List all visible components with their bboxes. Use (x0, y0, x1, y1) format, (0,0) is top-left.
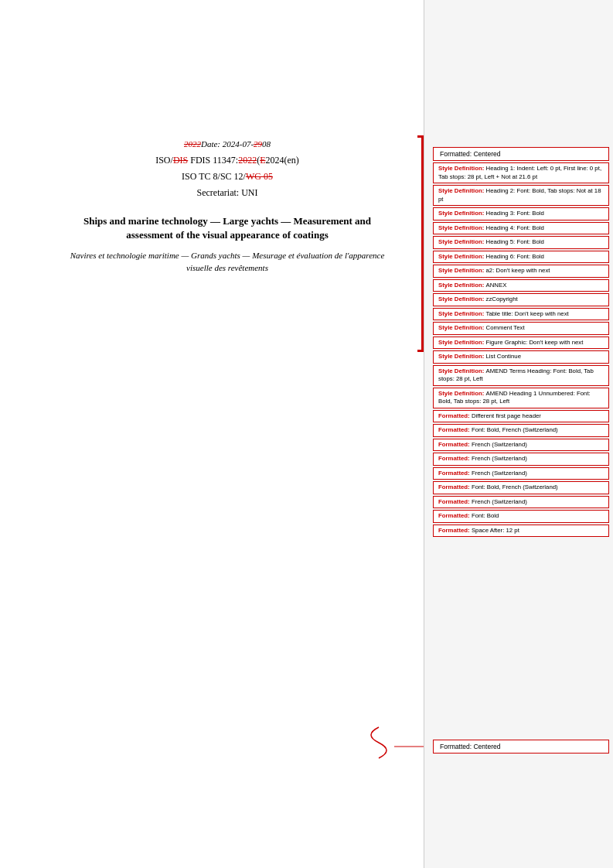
annotation-item-label-18: Formatted: (438, 455, 472, 462)
annotation-item-label-16: Formatted: (438, 426, 472, 433)
annotation-item-label-1: Style Definition: (438, 187, 486, 194)
annotation-item-label-0: Style Definition: (438, 165, 486, 172)
annotation-item-text-11: Figure Graphic: Don't keep with next (486, 339, 584, 346)
annotation-item-14: Style Definition: AMEND Heading 1 Unnumb… (433, 388, 609, 408)
date-label: Date: 2024-07- (201, 139, 254, 149)
annotation-item-text-21: French (Switzerland) (472, 498, 527, 505)
annotation-item-text-23: Space After: 12 pt (472, 527, 519, 534)
ref-year-2022: 2022 (238, 155, 257, 166)
annotation-item-10: Style Definition: Comment Text (433, 322, 609, 335)
annotation-item-label-22: Formatted: (438, 512, 472, 519)
annotation-item-4: Style Definition: Heading 5: Font: Bold (433, 236, 609, 249)
annotation-item-label-2: Style Definition: (438, 210, 486, 217)
annotation-item-label-20: Formatted: (438, 484, 472, 490)
annotation-item-20: Formatted: Font: Bold, French (Switzerla… (433, 481, 609, 494)
annotation-item-text-3: Heading 4: Font: Bold (486, 224, 544, 231)
annotation-item-label-5: Style Definition: (438, 253, 486, 260)
document-content: 2022Date: 2024-07-2908 ISO/DIS FDIS 1134… (0, 0, 424, 868)
annotation-item-label-3: Style Definition: (438, 224, 486, 231)
annotation-item-text-22: Font: Bold (472, 512, 499, 519)
annotation-item-19: Formatted: French (Switzerland) (433, 467, 609, 480)
annotation-item-text-19: French (Switzerland) (472, 470, 527, 477)
annotation-item-label-21: Formatted: (438, 498, 472, 505)
date-08: 08 (262, 139, 271, 149)
annotation-item-text-8: zzCopyright (486, 296, 518, 302)
annotation-item-text-4: Heading 5: Font: Bold (486, 238, 544, 245)
annotation-bottom-text: Centered (473, 743, 500, 750)
annotation-item-15: Formatted: Different first page header (433, 410, 609, 423)
annotation-item-text-6: a2: Don't keep with next (486, 267, 550, 274)
annotations-list: Style Definition: Heading 1: Indent: Lef… (433, 162, 609, 537)
annotation-item-text-7: ANNEX (486, 282, 507, 289)
annotation-item-label-10: Style Definition: (438, 324, 486, 331)
annotation-item-label-11: Style Definition: (438, 339, 486, 346)
annotation-item-22: Formatted: Font: Bold (433, 510, 609, 523)
annotation-item-2: Style Definition: Heading 3: Font: Bold (433, 207, 609, 220)
annotation-item-text-5: Heading 6: Font: Bold (486, 253, 544, 260)
annotation-item-label-17: Formatted: (438, 441, 472, 448)
annotation-item-text-16: Font: Bold, French (Switzerland) (472, 426, 558, 433)
document-page: 2022Date: 2024-07-2908 ISO/DIS FDIS 1134… (0, 0, 613, 868)
doc-date-line: 2022Date: 2024-07-2908 (62, 139, 393, 149)
annotation-item-8: Style Definition: zzCopyright (433, 293, 609, 306)
change-bar (417, 135, 424, 352)
annotation-item-text-12: List Continue (486, 353, 522, 360)
annotation-item-label-19: Formatted: (438, 470, 472, 477)
annotation-item-16: Formatted: Font: Bold, French (Switzerla… (433, 424, 609, 437)
annotation-item-6: Style Definition: a2: Don't keep with ne… (433, 265, 609, 278)
annotation-item-label-4: Style Definition: (438, 238, 486, 245)
annotation-item-3: Style Definition: Heading 4: Font: Bold (433, 222, 609, 235)
annotation-item-text-20: Font: Bold, French (Switzerland) (472, 484, 558, 490)
date-strikethrough-29: 29 (254, 139, 262, 149)
annotation-bottom-label: Formatted: (440, 743, 473, 750)
annotation-item-5: Style Definition: Heading 6: Font: Bold (433, 251, 609, 264)
annotation-item-1: Style Definition: Heading 2: Font: Bold,… (433, 185, 609, 206)
tc-wg-old: WG 05 (246, 171, 273, 182)
annotation-item-label-7: Style Definition: (438, 282, 486, 289)
annotation-item-9: Style Definition: Table title: Don't kee… (433, 308, 609, 321)
doc-reference: ISO/DIS FDIS 11347:2022(E2024(en) (62, 155, 393, 166)
annotation-label-formatted-top: Formatted: (440, 150, 473, 158)
annotations-panel: Formatted: Centered Style Definition: He… (424, 0, 613, 868)
doc-tc-line: ISO TC 8/SC 12/WG 05 (62, 171, 393, 183)
annotation-item-text-2: Heading 3: Font: Bold (486, 210, 544, 217)
annotation-item-text-17: French (Switzerland) (472, 441, 527, 448)
annotation-item-label-13: Style Definition: (438, 367, 486, 374)
annotation-item-label-14: Style Definition: (438, 390, 486, 397)
doc-title-english: Ships and marine technology — Large yach… (62, 214, 393, 242)
annotation-bottom-formatted: Formatted: Centered (433, 740, 609, 754)
annotation-item-label-9: Style Definition: (438, 310, 486, 317)
doc-title-french: Navires et technologie maritime — Grands… (62, 250, 393, 274)
annotation-item-label-8: Style Definition: (438, 296, 486, 302)
annotation-item-text-15: Different first page header (472, 412, 541, 419)
annotation-item-18: Formatted: French (Switzerland) (433, 453, 609, 466)
annotation-item-11: Style Definition: Figure Graphic: Don't … (433, 337, 609, 350)
annotation-item-0: Style Definition: Heading 1: Indent: Lef… (433, 162, 609, 183)
annotation-item-21: Formatted: French (Switzerland) (433, 496, 609, 509)
date-strikethrough-2022: 2022 (184, 139, 201, 149)
ref-dis: DIS (173, 155, 188, 166)
annotation-item-17: Formatted: French (Switzerland) (433, 439, 609, 452)
annotation-item-23: Formatted: Space After: 12 pt (433, 525, 609, 538)
annotation-item-12: Style Definition: List Continue (433, 350, 609, 364)
annotation-item-label-23: Formatted: (438, 527, 472, 534)
annotation-item-label-15: Formatted: (438, 412, 472, 419)
annotation-item-text-9: Table title: Don't keep with next (486, 310, 569, 317)
annotation-item-label-12: Style Definition: (438, 353, 486, 360)
doc-secretariat: Secretariat: UNI (62, 187, 393, 199)
ref-e-old: E (260, 155, 265, 166)
annotation-item-label-6: Style Definition: (438, 267, 486, 274)
annotation-item-text-10: Comment Text (486, 324, 525, 331)
annotation-top-formatted: Formatted: Centered (433, 147, 609, 161)
annotation-item-13: Style Definition: AMEND Terms Heading: F… (433, 365, 609, 386)
annotation-item-text-18: French (Switzerland) (472, 455, 527, 462)
annotation-text-formatted-top: Centered (473, 150, 500, 158)
annotation-item-7: Style Definition: ANNEX (433, 279, 609, 292)
